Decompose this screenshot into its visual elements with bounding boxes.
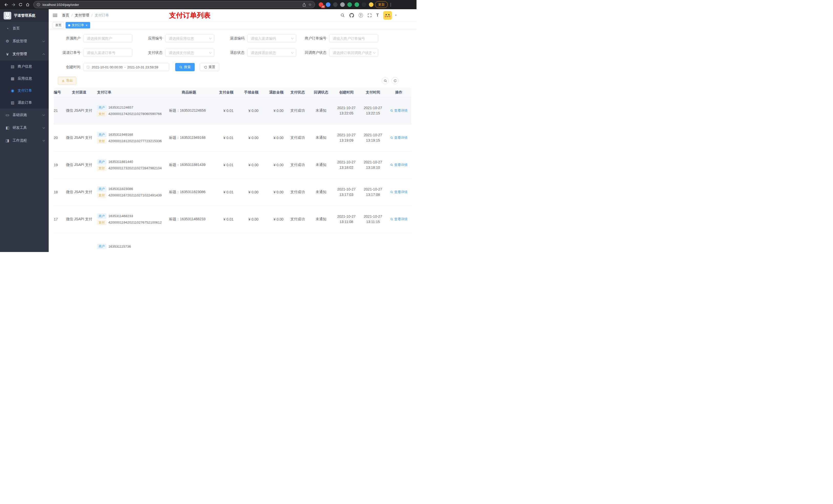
breadcrumb-separator: / — [91, 13, 93, 18]
filter-merchant-order-no-input[interactable] — [332, 36, 375, 41]
green-chat-extension-icon[interactable] — [355, 2, 359, 7]
column-header-no: 编号 — [54, 88, 64, 97]
reset-button[interactable]: 重置 — [200, 63, 219, 71]
chevron-down-icon[interactable]: ▾ — [395, 14, 397, 17]
filter-app-no-select[interactable] — [165, 34, 214, 43]
view-detail-link[interactable]: 查看详情 — [390, 190, 407, 194]
create-date: 2021-10-27 — [335, 214, 358, 219]
browser-chrome: localhost:1024/pay/order ☆ 10 更新 ⋮ — [0, 0, 416, 9]
breadcrumb-item[interactable]: 首页 — [62, 13, 69, 18]
sidebar-collapse-icon[interactable] — [53, 14, 57, 17]
filter-refund-status-select[interactable] — [247, 49, 296, 57]
address-bar[interactable]: localhost:1024/pay/order ☆ — [33, 1, 315, 8]
view-detail-link[interactable]: 查看详情 — [390, 217, 407, 221]
refresh-table-icon[interactable] — [391, 77, 399, 84]
sidebar-item-workflow[interactable]: ◨工作流程 — [0, 134, 49, 147]
browser-back-icon[interactable] — [3, 1, 10, 8]
dark-pin-extension-icon[interactable] — [362, 2, 366, 7]
colorful-extension-icon[interactable]: 10 — [319, 2, 323, 7]
search-icon[interactable] — [340, 13, 345, 18]
filter-field-notify-status: 回调商户状态 — [296, 49, 378, 57]
chevron-down-icon — [43, 126, 45, 129]
filter-notify-status-input[interactable] — [332, 50, 372, 55]
toggle-search-icon[interactable] — [382, 77, 389, 84]
help-icon[interactable]: ? — [359, 13, 363, 18]
fullscreen-icon[interactable] — [367, 13, 372, 18]
cell-channel: 微信 JSAPI 支付 — [64, 178, 95, 206]
date-range-picker[interactable]: 2021-10-01 00:00:00 - 2021-10-31 23:59:5… — [84, 63, 169, 71]
table-row: 20微信 JSAPI 支付商户1635311949168支付4200001181… — [54, 124, 411, 151]
chevron-down-icon — [209, 37, 212, 39]
filter-merchant-order-no-input[interactable] — [329, 34, 378, 43]
filter-pay-status-select[interactable] — [165, 49, 214, 57]
export-button[interactable]: 导出 — [58, 77, 76, 85]
column-header-pay-amount: 支付金额 — [211, 88, 236, 97]
sidebar-submenu: ▤商户信息▦应用信息◉支付订单▥退款订单 — [0, 61, 49, 109]
sidebar-item-infrastructure[interactable]: ▭基础设施 — [0, 109, 49, 121]
pay-order-line: 支付4200001167202110271022491439 — [97, 193, 165, 198]
date-range-start[interactable]: 2021-10-01 00:00:00 — [92, 65, 123, 69]
sidebar: 芋道管理系统 ◔首页⚙系统管理¥支付管理▤商户信息▦应用信息◉支付订单▥退款订单… — [0, 9, 49, 252]
breadcrumb-item[interactable]: 支付管理 — [75, 13, 89, 18]
filter-channel-order-no-input[interactable] — [84, 49, 132, 57]
filter-app-no-input[interactable] — [168, 36, 208, 41]
tab-home[interactable]: 首页 — [53, 22, 64, 28]
filter-notify-status-select[interactable] — [329, 49, 378, 57]
cell-no: 18 — [54, 178, 64, 206]
site-info-icon[interactable] — [37, 3, 40, 6]
github-icon[interactable] — [349, 13, 354, 18]
pay-tag: 支付 — [97, 220, 106, 225]
cell-create-time: 2021-10-2713:11:08 — [333, 206, 360, 233]
blue-drop-extension-icon[interactable] — [326, 2, 330, 7]
dark-globe-extension-icon[interactable] — [333, 2, 338, 7]
filter-channel-code-select[interactable] — [247, 34, 296, 43]
cell-refund-amount: ¥ 0.00 — [261, 97, 286, 124]
date-range-end[interactable]: 2021-10-31 23:59:59 — [127, 65, 158, 69]
tab-close-icon[interactable]: × — [86, 24, 88, 27]
url-text[interactable]: localhost:1024/pay/order — [43, 3, 300, 7]
user-avatar[interactable] — [383, 11, 392, 20]
pay-tag: 支付 — [97, 166, 106, 171]
browser-menu-icon[interactable]: ⋮ — [388, 2, 394, 7]
view-detail-link[interactable]: 查看详情 — [390, 136, 407, 140]
filter-field-refund-status: 退款状态 — [214, 49, 296, 57]
pay-tag: 支付 — [97, 112, 106, 117]
app-logo[interactable]: 芋道管理系统 — [0, 9, 49, 22]
search-button[interactable]: 搜索 — [175, 63, 195, 71]
filter-merchant-input[interactable] — [84, 34, 132, 43]
sidebar-item-home[interactable]: ◔首页 — [0, 22, 49, 35]
view-detail-link[interactable]: 查看详情 — [390, 163, 407, 167]
sidebar-subitem-refund-order[interactable]: ▥退款订单 — [0, 97, 49, 109]
gray-extension-icon[interactable] — [340, 2, 345, 7]
chevron-down-icon — [43, 139, 45, 142]
sidebar-item-system-management[interactable]: ⚙系统管理 — [0, 35, 49, 48]
emoji-face-extension-icon[interactable] — [369, 2, 374, 7]
filter-label: 渠道订单号 — [54, 50, 80, 55]
browser-forward-icon[interactable] — [10, 1, 17, 8]
sidebar-subitem-app-info[interactable]: ▦应用信息 — [0, 72, 49, 85]
filter-refund-status-input[interactable] — [250, 50, 290, 55]
bookmark-star-icon[interactable]: ☆ — [308, 2, 312, 7]
pay-tag: 支付 — [97, 193, 106, 198]
sidebar-item-dev-tools[interactable]: ◧研发工具 — [0, 121, 49, 134]
cell-fee-amount: ¥ 0.00 — [236, 124, 261, 151]
filter-channel-code-input[interactable] — [250, 36, 290, 41]
sidebar-item-payment-management[interactable]: ¥支付管理 — [0, 48, 49, 61]
cell-channel: 微信 JSAPI 支付 — [64, 97, 95, 124]
merchant-order-line: 商户1635311823086 — [97, 187, 165, 192]
font-size-icon[interactable]: T — [376, 13, 379, 18]
browser-update-button[interactable]: 更新 — [375, 1, 388, 8]
browser-reload-icon[interactable] — [17, 1, 24, 8]
browser-home-icon[interactable] — [24, 1, 31, 8]
cell-fee-amount: ¥ 0.00 — [236, 97, 261, 124]
sidebar-subitem-merchant-info[interactable]: ▤商户信息 — [0, 61, 49, 72]
filter-pay-status-input[interactable] — [168, 50, 208, 55]
view-detail-link[interactable]: 查看详情 — [390, 108, 407, 113]
share-icon[interactable] — [302, 3, 306, 7]
table-row: 21微信 JSAPI 支付商户1635312124657支付4200001174… — [54, 97, 411, 124]
filter-merchant-input[interactable] — [86, 36, 129, 41]
sidebar-subitem-payment-order[interactable]: ◉支付订单 — [0, 85, 49, 97]
tab-pay-order[interactable]: 支付订单× — [66, 22, 90, 28]
green-check-extension-icon[interactable] — [347, 2, 352, 7]
filter-channel-order-no-input[interactable] — [86, 50, 129, 55]
